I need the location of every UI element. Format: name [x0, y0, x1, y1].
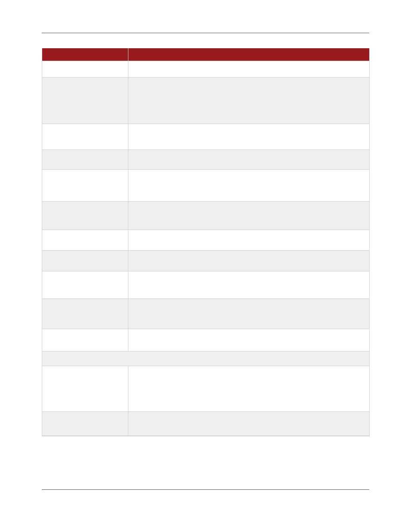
page [0, 0, 411, 532]
table-cell-col2 [128, 150, 369, 170]
table-cell-col2 [128, 230, 369, 251]
table-cell-col1 [42, 124, 128, 150]
table-cell-col2 [128, 170, 369, 202]
table-cell-col2 [128, 78, 369, 124]
table-row [42, 78, 369, 124]
table-cell-col1 [42, 329, 128, 352]
table-cell-col2 [128, 329, 369, 352]
table-row [42, 352, 369, 366]
table-row [42, 202, 369, 230]
table-cell-col2 [128, 271, 369, 299]
table-cell-col2 [128, 412, 369, 436]
table-cell-col1 [42, 78, 128, 124]
table-header-row [42, 48, 369, 61]
table-row [42, 251, 369, 271]
table-cell-col2 [128, 202, 369, 230]
table-row [42, 366, 369, 412]
table-cell-col1 [42, 61, 128, 78]
table-cell-col1 [42, 366, 128, 412]
table-cell-col2 [128, 299, 369, 329]
table-cell-col2 [128, 124, 369, 150]
table-cell-col1 [42, 230, 128, 251]
table-row [42, 61, 369, 78]
table-row [42, 150, 369, 170]
table-cell-col1 [42, 202, 128, 230]
table-row [42, 299, 369, 329]
table-row [42, 230, 369, 251]
table-cell-col1 [42, 251, 128, 271]
table-cell-col1 [42, 271, 128, 299]
table-row [42, 329, 369, 352]
bottom-rule [42, 489, 369, 490]
table-row [42, 170, 369, 202]
main-table [42, 48, 370, 436]
table-cell-col1 [42, 299, 128, 329]
table-cell-col1 [42, 150, 128, 170]
table-cell-col2 [128, 251, 369, 271]
table-row [42, 271, 369, 299]
table-cell-col2 [128, 366, 369, 412]
top-rule [42, 33, 369, 33]
table-header-col1 [42, 48, 128, 61]
table-row [42, 412, 369, 436]
table-cell-col1 [42, 412, 128, 436]
table-cell-col1 [42, 170, 128, 202]
table-cell-span [42, 352, 369, 366]
table-header-col2 [128, 48, 369, 61]
table-cell-col2 [128, 61, 369, 78]
table-row [42, 124, 369, 150]
